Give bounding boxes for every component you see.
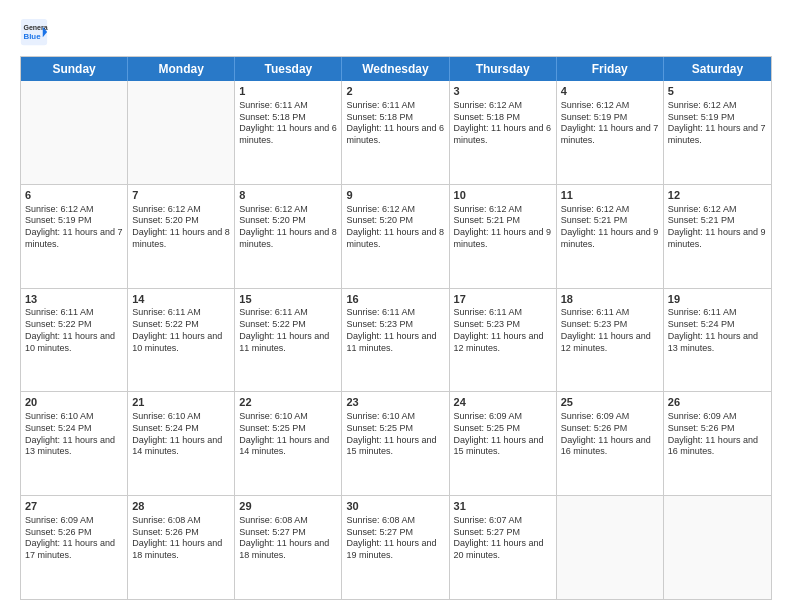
day-info: Sunrise: 6:10 AM Sunset: 5:24 PM Dayligh…	[25, 411, 123, 458]
calendar-day-19: 19Sunrise: 6:11 AM Sunset: 5:24 PM Dayli…	[664, 289, 771, 392]
day-info: Sunrise: 6:11 AM Sunset: 5:22 PM Dayligh…	[25, 307, 123, 354]
day-info: Sunrise: 6:09 AM Sunset: 5:25 PM Dayligh…	[454, 411, 552, 458]
calendar-day-2: 2Sunrise: 6:11 AM Sunset: 5:18 PM Daylig…	[342, 81, 449, 184]
day-info: Sunrise: 6:08 AM Sunset: 5:26 PM Dayligh…	[132, 515, 230, 562]
day-number: 25	[561, 395, 659, 410]
day-number: 12	[668, 188, 767, 203]
day-info: Sunrise: 6:11 AM Sunset: 5:24 PM Dayligh…	[668, 307, 767, 354]
day-number: 11	[561, 188, 659, 203]
calendar-day-18: 18Sunrise: 6:11 AM Sunset: 5:23 PM Dayli…	[557, 289, 664, 392]
day-info: Sunrise: 6:11 AM Sunset: 5:22 PM Dayligh…	[239, 307, 337, 354]
calendar-day-6: 6Sunrise: 6:12 AM Sunset: 5:19 PM Daylig…	[21, 185, 128, 288]
calendar-body: 1Sunrise: 6:11 AM Sunset: 5:18 PM Daylig…	[21, 81, 771, 599]
calendar-day-15: 15Sunrise: 6:11 AM Sunset: 5:22 PM Dayli…	[235, 289, 342, 392]
header-day-thursday: Thursday	[450, 57, 557, 81]
day-number: 9	[346, 188, 444, 203]
calendar-day-23: 23Sunrise: 6:10 AM Sunset: 5:25 PM Dayli…	[342, 392, 449, 495]
calendar-day-26: 26Sunrise: 6:09 AM Sunset: 5:26 PM Dayli…	[664, 392, 771, 495]
day-info: Sunrise: 6:11 AM Sunset: 5:23 PM Dayligh…	[346, 307, 444, 354]
day-number: 18	[561, 292, 659, 307]
calendar-day-22: 22Sunrise: 6:10 AM Sunset: 5:25 PM Dayli…	[235, 392, 342, 495]
day-number: 3	[454, 84, 552, 99]
day-number: 16	[346, 292, 444, 307]
calendar-day-7: 7Sunrise: 6:12 AM Sunset: 5:20 PM Daylig…	[128, 185, 235, 288]
calendar-day-14: 14Sunrise: 6:11 AM Sunset: 5:22 PM Dayli…	[128, 289, 235, 392]
day-info: Sunrise: 6:11 AM Sunset: 5:22 PM Dayligh…	[132, 307, 230, 354]
day-number: 29	[239, 499, 337, 514]
calendar-empty-cell	[557, 496, 664, 599]
day-number: 28	[132, 499, 230, 514]
calendar-day-30: 30Sunrise: 6:08 AM Sunset: 5:27 PM Dayli…	[342, 496, 449, 599]
day-number: 1	[239, 84, 337, 99]
day-info: Sunrise: 6:09 AM Sunset: 5:26 PM Dayligh…	[668, 411, 767, 458]
calendar-week-0: 1Sunrise: 6:11 AM Sunset: 5:18 PM Daylig…	[21, 81, 771, 184]
day-info: Sunrise: 6:11 AM Sunset: 5:18 PM Dayligh…	[239, 100, 337, 147]
day-number: 5	[668, 84, 767, 99]
day-info: Sunrise: 6:12 AM Sunset: 5:18 PM Dayligh…	[454, 100, 552, 147]
header: General Blue	[20, 18, 772, 46]
svg-text:Blue: Blue	[24, 32, 42, 41]
day-number: 8	[239, 188, 337, 203]
calendar-empty-cell	[21, 81, 128, 184]
calendar-day-8: 8Sunrise: 6:12 AM Sunset: 5:20 PM Daylig…	[235, 185, 342, 288]
day-info: Sunrise: 6:12 AM Sunset: 5:21 PM Dayligh…	[454, 204, 552, 251]
calendar-day-4: 4Sunrise: 6:12 AM Sunset: 5:19 PM Daylig…	[557, 81, 664, 184]
calendar-day-9: 9Sunrise: 6:12 AM Sunset: 5:20 PM Daylig…	[342, 185, 449, 288]
day-info: Sunrise: 6:08 AM Sunset: 5:27 PM Dayligh…	[346, 515, 444, 562]
day-number: 23	[346, 395, 444, 410]
day-info: Sunrise: 6:12 AM Sunset: 5:19 PM Dayligh…	[25, 204, 123, 251]
calendar-empty-cell	[664, 496, 771, 599]
header-day-tuesday: Tuesday	[235, 57, 342, 81]
header-day-saturday: Saturday	[664, 57, 771, 81]
day-number: 7	[132, 188, 230, 203]
calendar-header-row: SundayMondayTuesdayWednesdayThursdayFrid…	[21, 57, 771, 81]
day-info: Sunrise: 6:12 AM Sunset: 5:21 PM Dayligh…	[668, 204, 767, 251]
day-number: 13	[25, 292, 123, 307]
calendar-day-11: 11Sunrise: 6:12 AM Sunset: 5:21 PM Dayli…	[557, 185, 664, 288]
day-info: Sunrise: 6:09 AM Sunset: 5:26 PM Dayligh…	[561, 411, 659, 458]
calendar-week-1: 6Sunrise: 6:12 AM Sunset: 5:19 PM Daylig…	[21, 184, 771, 288]
calendar-day-24: 24Sunrise: 6:09 AM Sunset: 5:25 PM Dayli…	[450, 392, 557, 495]
day-number: 31	[454, 499, 552, 514]
calendar-day-17: 17Sunrise: 6:11 AM Sunset: 5:23 PM Dayli…	[450, 289, 557, 392]
calendar-day-20: 20Sunrise: 6:10 AM Sunset: 5:24 PM Dayli…	[21, 392, 128, 495]
day-number: 15	[239, 292, 337, 307]
day-info: Sunrise: 6:12 AM Sunset: 5:19 PM Dayligh…	[668, 100, 767, 147]
day-number: 21	[132, 395, 230, 410]
day-number: 20	[25, 395, 123, 410]
calendar-week-4: 27Sunrise: 6:09 AM Sunset: 5:26 PM Dayli…	[21, 495, 771, 599]
day-number: 2	[346, 84, 444, 99]
calendar-week-3: 20Sunrise: 6:10 AM Sunset: 5:24 PM Dayli…	[21, 391, 771, 495]
day-info: Sunrise: 6:11 AM Sunset: 5:23 PM Dayligh…	[454, 307, 552, 354]
calendar-day-21: 21Sunrise: 6:10 AM Sunset: 5:24 PM Dayli…	[128, 392, 235, 495]
day-number: 19	[668, 292, 767, 307]
calendar-day-1: 1Sunrise: 6:11 AM Sunset: 5:18 PM Daylig…	[235, 81, 342, 184]
day-info: Sunrise: 6:09 AM Sunset: 5:26 PM Dayligh…	[25, 515, 123, 562]
header-day-sunday: Sunday	[21, 57, 128, 81]
header-day-friday: Friday	[557, 57, 664, 81]
day-info: Sunrise: 6:11 AM Sunset: 5:23 PM Dayligh…	[561, 307, 659, 354]
calendar-day-13: 13Sunrise: 6:11 AM Sunset: 5:22 PM Dayli…	[21, 289, 128, 392]
day-info: Sunrise: 6:07 AM Sunset: 5:27 PM Dayligh…	[454, 515, 552, 562]
calendar-day-5: 5Sunrise: 6:12 AM Sunset: 5:19 PM Daylig…	[664, 81, 771, 184]
header-day-wednesday: Wednesday	[342, 57, 449, 81]
day-info: Sunrise: 6:12 AM Sunset: 5:20 PM Dayligh…	[132, 204, 230, 251]
calendar-day-16: 16Sunrise: 6:11 AM Sunset: 5:23 PM Dayli…	[342, 289, 449, 392]
calendar-day-12: 12Sunrise: 6:12 AM Sunset: 5:21 PM Dayli…	[664, 185, 771, 288]
day-info: Sunrise: 6:08 AM Sunset: 5:27 PM Dayligh…	[239, 515, 337, 562]
calendar-day-3: 3Sunrise: 6:12 AM Sunset: 5:18 PM Daylig…	[450, 81, 557, 184]
day-info: Sunrise: 6:11 AM Sunset: 5:18 PM Dayligh…	[346, 100, 444, 147]
day-info: Sunrise: 6:10 AM Sunset: 5:25 PM Dayligh…	[239, 411, 337, 458]
day-info: Sunrise: 6:12 AM Sunset: 5:20 PM Dayligh…	[239, 204, 337, 251]
day-info: Sunrise: 6:10 AM Sunset: 5:24 PM Dayligh…	[132, 411, 230, 458]
day-number: 4	[561, 84, 659, 99]
day-number: 14	[132, 292, 230, 307]
day-number: 26	[668, 395, 767, 410]
day-number: 17	[454, 292, 552, 307]
day-number: 22	[239, 395, 337, 410]
day-info: Sunrise: 6:12 AM Sunset: 5:21 PM Dayligh…	[561, 204, 659, 251]
day-number: 27	[25, 499, 123, 514]
calendar-day-31: 31Sunrise: 6:07 AM Sunset: 5:27 PM Dayli…	[450, 496, 557, 599]
calendar-day-28: 28Sunrise: 6:08 AM Sunset: 5:26 PM Dayli…	[128, 496, 235, 599]
day-number: 30	[346, 499, 444, 514]
